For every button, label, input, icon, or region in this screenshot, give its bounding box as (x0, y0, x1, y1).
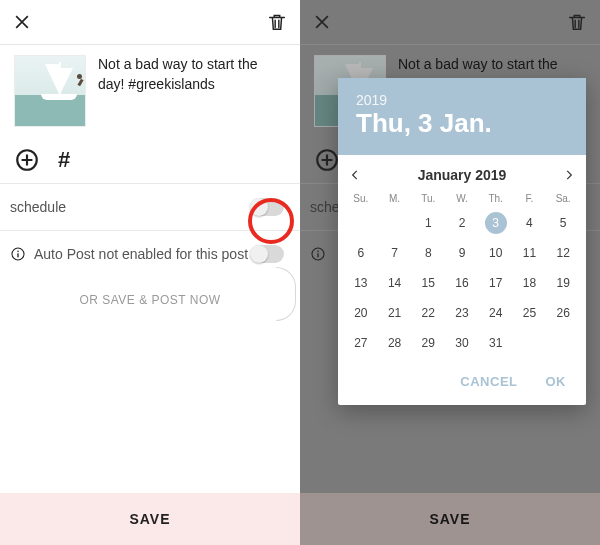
calendar-day[interactable]: 14 (378, 272, 412, 294)
calendar-day[interactable]: 3 (485, 212, 507, 234)
autopost-row: Auto Post not enabled for this post (0, 230, 300, 277)
modal-actions: CANCEL OK (338, 362, 586, 405)
calendar-day[interactable]: 20 (344, 302, 378, 324)
calendar-day[interactable]: 28 (378, 332, 412, 354)
calendar-day[interactable]: 18 (513, 272, 547, 294)
close-icon[interactable] (12, 12, 32, 32)
calendar-day[interactable]: 6 (344, 242, 378, 264)
modal-year[interactable]: 2019 (356, 92, 568, 108)
trash-icon[interactable] (266, 11, 288, 33)
calendar-day[interactable]: 9 (445, 242, 479, 264)
info-icon (10, 246, 26, 262)
compose-screen: Not a bad way to start the day! #greekis… (0, 0, 300, 545)
calendar-dow: W. (445, 193, 479, 204)
calendar-dow: M. (378, 193, 412, 204)
schedule-row: schedule (0, 183, 300, 230)
add-icon[interactable] (14, 147, 40, 173)
calendar-day[interactable]: 4 (513, 212, 547, 234)
calendar-day[interactable]: 7 (378, 242, 412, 264)
calendar-day[interactable]: 25 (513, 302, 547, 324)
date-picker-screen: Not a bad way to start the day! #greekis… (300, 0, 600, 545)
calendar-dow: Th. (479, 193, 513, 204)
cancel-button[interactable]: CANCEL (460, 374, 517, 389)
calendar-day[interactable]: 12 (546, 242, 580, 264)
or-label: OR SAVE & POST NOW (79, 293, 220, 307)
calendar-nav: January 2019 (338, 155, 586, 189)
calendar-dow: Tu. (411, 193, 445, 204)
calendar-day[interactable]: 1 (411, 212, 445, 234)
calendar-day[interactable]: 8 (411, 242, 445, 264)
calendar-day[interactable]: 31 (479, 332, 513, 354)
calendar-day[interactable]: 22 (411, 302, 445, 324)
hashtag-icon[interactable]: # (58, 147, 70, 173)
calendar-day[interactable]: 13 (344, 272, 378, 294)
calendar-day[interactable]: 21 (378, 302, 412, 324)
calendar-day[interactable]: 11 (513, 242, 547, 264)
save-button[interactable]: SAVE (0, 493, 300, 545)
calendar-day[interactable]: 24 (479, 302, 513, 324)
calendar-empty (344, 212, 378, 234)
calendar-day[interactable]: 26 (546, 302, 580, 324)
calendar-dow: F. (513, 193, 547, 204)
calendar-day[interactable]: 5 (546, 212, 580, 234)
svg-rect-3 (17, 253, 18, 257)
post-thumbnail[interactable] (14, 55, 86, 127)
calendar-day[interactable]: 27 (344, 332, 378, 354)
calendar-day[interactable]: 16 (445, 272, 479, 294)
calendar-day[interactable]: 10 (479, 242, 513, 264)
svg-point-2 (17, 251, 19, 253)
calendar-grid: Su.M.Tu.W.Th.F.Sa.1234567891011121314151… (338, 189, 586, 362)
post-caption[interactable]: Not a bad way to start the day! #greekis… (98, 55, 286, 127)
modal-date[interactable]: Thu, 3 Jan. (356, 108, 568, 139)
calendar-dow: Su. (344, 193, 378, 204)
or-save-post-row[interactable]: OR SAVE & POST NOW (0, 277, 300, 323)
topbar (0, 0, 300, 44)
chevron-right-icon[interactable] (562, 168, 576, 182)
calendar-day[interactable]: 17 (479, 272, 513, 294)
tool-row: # (0, 137, 300, 183)
autopost-label: Auto Post not enabled for this post (34, 246, 248, 262)
calendar-day[interactable]: 2 (445, 212, 479, 234)
calendar-day[interactable]: 23 (445, 302, 479, 324)
modal-header: 2019 Thu, 3 Jan. (338, 78, 586, 155)
calendar-day[interactable]: 29 (411, 332, 445, 354)
date-picker-modal: 2019 Thu, 3 Jan. January 2019 Su.M.Tu.W.… (338, 78, 586, 405)
calendar-dow: Sa. (546, 193, 580, 204)
autopost-toggle[interactable] (250, 245, 284, 263)
schedule-toggle[interactable] (250, 198, 284, 216)
calendar-day[interactable]: 15 (411, 272, 445, 294)
schedule-label: schedule (10, 199, 66, 215)
calendar-empty (378, 212, 412, 234)
month-label: January 2019 (418, 167, 507, 183)
post-row: Not a bad way to start the day! #greekis… (0, 45, 300, 137)
chevron-left-icon[interactable] (348, 168, 362, 182)
calendar-day[interactable]: 19 (546, 272, 580, 294)
ok-button[interactable]: OK (546, 374, 567, 389)
calendar-day[interactable]: 30 (445, 332, 479, 354)
